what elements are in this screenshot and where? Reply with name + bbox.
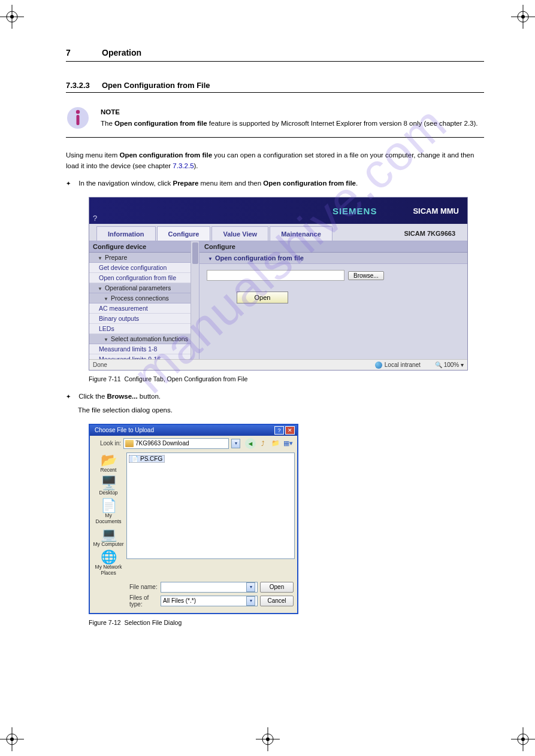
dialog-close-button[interactable]: ✕ [285,426,295,435]
filetype-label: Files of type: [93,594,158,608]
places-bar: 📂Recent 🖥️Desktop 📄My Documents 💻My Comp… [92,453,125,577]
dialog-help-button[interactable]: ? [274,426,284,435]
dialog-main: 📂Recent 🖥️Desktop 📄My Documents 💻My Comp… [90,451,297,579]
siemens-logo: SIEMENS [333,206,377,216]
globe-icon [375,362,382,369]
section-number: 7.3.2.3 [66,81,102,90]
sidebar-section-automation[interactable]: Select automation functions [89,334,199,344]
step-1: In the navigation window, click Prepare … [66,178,484,189]
recent-icon: 📂 [92,454,125,467]
filetype-combo[interactable]: All Files (*.*)▾ [161,596,258,606]
tab-maintenance[interactable]: Maintenance [270,226,333,241]
intro-paragraph: Using menu item Open configuration from … [66,150,484,172]
device-label: SICAM 7KG9663 [404,230,466,241]
status-done: Done [93,362,375,368]
main-subtitle: Open configuration from file [200,253,467,264]
sidebar-item-limits-9-16[interactable]: Measurand limits 9-16 [89,354,199,359]
lookin-label: Look in: [93,440,121,447]
tabs-row: Information Configure Value View Mainten… [89,224,467,241]
place-mycomputer[interactable]: 💻My Computer [92,527,125,548]
section-heading: 7.3.2.3 Open Configuration from File [66,65,484,93]
main-title: Configure [200,241,467,253]
browse-button[interactable]: Browse... [348,271,384,280]
filename-dropdown-arrow[interactable]: ▾ [246,582,255,592]
app-body: Configure device Prepare Get device conf… [89,241,467,359]
computer-icon: 💻 [92,528,125,541]
place-recent[interactable]: 📂Recent [92,453,125,474]
main-form: Browse... Open [200,264,467,309]
dialog-cancel-button[interactable]: Cancel [260,596,294,606]
help-icon[interactable]: ? [93,214,97,223]
sidebar-item-binary-outputs[interactable]: Binary outputs [89,314,199,324]
registration-mark-icon [511,5,535,29]
place-mynetwork[interactable]: 🌐My Network Places [92,549,125,577]
chapter-number: 7 [66,48,102,57]
note-callout: NOTE The Open configuration from file fe… [66,100,484,138]
note-text: NOTE The Open configuration from file fe… [101,106,478,130]
sidebar-item-ac-measurement[interactable]: AC measurement [89,303,199,314]
sidebar-scrollbar[interactable] [191,241,199,359]
dialog-opens-text: The file selection dialog opens. [78,405,484,415]
filename-combo[interactable]: ▾ [161,582,258,593]
filename-row: File name: ▾ Open [93,582,294,593]
section-title: Open Configuration from File [102,81,210,90]
lookin-dropdown-arrow[interactable]: ▾ [231,439,240,448]
figure-1: ? SIEMENS SICAM MMU Information Configur… [89,197,484,371]
dialog-title: Choose File to Upload [95,427,273,433]
file-path-input[interactable] [207,270,344,281]
tab-value-view[interactable]: Value View [211,226,268,241]
file-item[interactable]: 📄PS.CFG [129,455,165,463]
figure-2: Choose File to Upload ? ✕ Look in: 7KG96… [89,424,484,614]
dialog-open-button[interactable]: Open [260,582,294,593]
sidebar-section-operational[interactable]: Operational parameters [89,283,199,293]
note-label: NOTE [101,107,478,117]
sidebar-item-get-config[interactable]: Get device configuration [89,263,199,273]
app-header: ? SIEMENS SICAM MMU [89,198,467,224]
sidebar-section-process[interactable]: Process connections [89,293,199,303]
open-button[interactable]: Open [237,292,288,303]
file-dialog: Choose File to Upload ? ✕ Look in: 7KG96… [89,424,298,614]
tab-configure[interactable]: Configure [157,226,211,241]
registration-mark-icon [256,727,280,751]
main-pane: Configure Open configuration from file B… [200,241,467,359]
chapter-title: Operation [102,48,141,57]
svg-rect-22 [77,115,80,125]
filename-label: File name: [93,584,158,590]
sidebar-section-prepare[interactable]: Prepare [89,253,199,263]
svg-point-21 [76,110,80,114]
sidebar-title: Configure device [89,241,199,253]
filetype-row: Files of type: All Files (*.*)▾ Cancel [93,594,294,608]
status-zoom[interactable]: 🔍 100% ▾ [435,362,464,368]
scrollbar-thumb[interactable] [192,242,198,264]
new-folder-icon[interactable]: 📁 [270,438,281,449]
up-one-level-icon[interactable]: ⤴ [258,438,268,449]
folder-icon [125,440,134,447]
sidebar-item-open-config[interactable]: Open configuration from file [89,273,199,283]
page-content: 7 Operation 7.3.2.3 Open Configuration f… [0,0,535,670]
figure-1-caption: Figure 7-11 Configure Tab, Open Configur… [89,375,484,382]
path-row: Browse... [207,270,460,281]
status-bar: Done Local intranet 🔍 100% ▾ [89,359,467,370]
registration-mark-icon [0,5,24,29]
tab-information[interactable]: Information [96,226,156,241]
dialog-bottom: File name: ▾ Open Files of type: All Fil… [90,579,297,613]
sidebar-item-leds[interactable]: LEDs [89,324,199,334]
filetype-dropdown-arrow[interactable]: ▾ [246,596,255,606]
dialog-toolbar: Look in: 7KG9663 Download ▾ ◄ ⤴ 📁 ▦▾ [90,436,297,451]
documents-icon: 📄 [92,499,125,512]
toolbar-icons: ◄ ⤴ 📁 ▦▾ [245,438,294,449]
chapter-heading: 7 Operation [66,48,484,62]
dialog-titlebar: Choose File to Upload ? ✕ [90,425,297,436]
back-icon[interactable]: ◄ [245,438,256,449]
lookin-combo[interactable]: 7KG9663 Download [123,438,229,449]
info-icon [66,106,90,130]
views-icon[interactable]: ▦▾ [283,438,294,449]
registration-mark-icon [511,727,535,751]
chapter-link[interactable]: 7.3.2.5 [173,162,194,169]
file-list[interactable]: 📄PS.CFG [126,453,295,559]
place-mydocuments[interactable]: 📄My Documents [92,498,125,526]
place-desktop[interactable]: 🖥️Desktop [92,475,125,497]
step-2: Click the Browse... button. [66,391,484,402]
sidebar-item-limits-1-8[interactable]: Measurand limits 1-8 [89,344,199,354]
product-label: SICAM MMU [413,207,459,215]
